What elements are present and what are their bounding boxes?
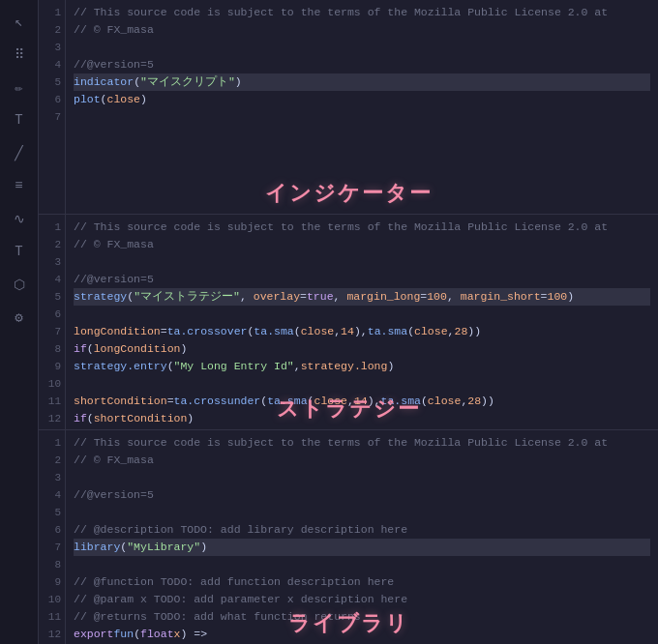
text-icon[interactable]: T: [6, 106, 33, 133]
code-line: longCondition = ta.crossover(ta.sma(clos…: [74, 323, 650, 340]
token-plain: ),: [354, 323, 368, 340]
code-line: [74, 108, 650, 126]
code-line: [74, 375, 650, 393]
token-plain: (: [101, 91, 107, 108]
token-function: ta.sma: [254, 323, 293, 340]
line-number: 4: [41, 56, 61, 73]
token-number: 14: [341, 323, 354, 340]
line-numbers-indicator: 1234567: [39, 0, 66, 214]
token-param: strategy.long: [301, 358, 388, 375]
token-comment: // This source code is subject to the te…: [74, 4, 608, 21]
token-plain: ,: [240, 290, 254, 303]
line-icon[interactable]: ╱: [6, 139, 33, 166]
token-plain: =: [167, 393, 174, 410]
code-panel-strategy: 1234567891011121314// This source code i…: [39, 215, 658, 429]
token-param: shortCondition: [74, 393, 167, 410]
line-number: 4: [41, 271, 61, 288]
pen-icon[interactable]: ✏: [6, 73, 33, 101]
token-plain: )): [467, 323, 481, 340]
wave-icon[interactable]: ∿: [6, 205, 33, 232]
token-plain: ): [401, 427, 407, 428]
code-panel-library: 123456789101112131415// This source code…: [39, 430, 658, 644]
token-keyword: export: [74, 626, 113, 643]
node-icon[interactable]: ⬡: [6, 271, 33, 298]
token-function: ta.crossover: [167, 323, 248, 340]
token-param: margin_long: [346, 290, 420, 303]
token-function: ta.sma: [368, 323, 407, 340]
token-param: longCondition: [74, 323, 161, 340]
token-number: 100: [427, 290, 447, 303]
code-area-library: 123456789101112131415// This source code…: [39, 430, 658, 644]
token-plain: ): [387, 358, 394, 375]
move-icon[interactable]: ⠿: [6, 41, 33, 68]
cursor-icon[interactable]: ↖: [6, 8, 33, 35]
line-number: 13: [41, 427, 61, 428]
token-number: 28: [454, 323, 467, 340]
token-string: "マイストラテジー": [134, 290, 240, 303]
code-line: // © FX_masa: [74, 21, 650, 39]
token-keyword: if: [74, 410, 87, 427]
line-number: 9: [41, 358, 61, 375]
text2-icon[interactable]: T: [6, 238, 33, 265]
code-line: export fun(float x) =>: [74, 626, 650, 643]
line-number: 7: [41, 539, 61, 556]
line-number: 1: [41, 4, 61, 21]
token-function: plot: [74, 91, 101, 108]
line-number: 5: [41, 73, 61, 91]
code-content-indicator: // This source code is subject to the te…: [66, 0, 658, 214]
line-number: 5: [41, 288, 61, 306]
line-number: 2: [41, 452, 61, 469]
line-number: 9: [41, 573, 61, 591]
token-plain: ,: [461, 393, 467, 410]
token-plain: (: [87, 340, 94, 358]
code-line: if (shortCondition): [74, 410, 650, 427]
token-comment: //@version=5: [74, 271, 154, 288]
token-param: margin_short: [461, 290, 541, 303]
token-function: fun: [113, 626, 134, 643]
token-param: longCondition: [94, 340, 181, 358]
code-line: [74, 253, 650, 271]
token-plain: (: [260, 393, 267, 410]
sidebar: ↖⠿✏T╱≡∿T⬡⚙: [0, 0, 39, 644]
line-number: 6: [41, 306, 61, 323]
token-number: 28: [467, 393, 481, 410]
code-line: library("MyLibrary"): [74, 539, 650, 556]
code-line: [74, 306, 650, 323]
line-number: 12: [41, 410, 61, 427]
token-plain: (: [167, 358, 174, 375]
line-number: 6: [41, 521, 61, 539]
token-param: close: [314, 393, 347, 410]
line-number: 6: [41, 91, 61, 108]
token-comment: // © FX_masa: [74, 452, 154, 469]
token-string: "My Long Entry Id": [174, 358, 294, 375]
token-plain: (: [134, 75, 140, 88]
line-number: 10: [41, 591, 61, 608]
code-panel-indicator: 1234567// This source code is subject to…: [39, 0, 658, 215]
line-number: 7: [41, 108, 61, 126]
line-number: 4: [41, 486, 61, 504]
settings-icon[interactable]: ⚙: [6, 304, 33, 331]
token-plain: ): [567, 290, 574, 303]
code-area-indicator: 1234567// This source code is subject to…: [39, 0, 658, 214]
token-plain: ,: [448, 323, 455, 340]
token-comment: // @param x TODO: add parameter x descri…: [74, 591, 407, 608]
token-function: ta.sma: [381, 393, 421, 410]
token-plain: (: [247, 323, 254, 340]
code-area-strategy: 1234567891011121314// This source code i…: [39, 215, 658, 428]
code-line: // © FX_masa: [74, 236, 650, 253]
token-comment: // This source code is subject to the te…: [74, 434, 608, 452]
token-comment: // @returns TODO: add what function retu…: [74, 608, 361, 626]
line-number: 3: [41, 253, 61, 271]
token-number: 100: [547, 290, 567, 303]
token-comment: // @description TODO: add library descri…: [74, 521, 407, 539]
line-number: 7: [41, 323, 61, 340]
token-comment: // © FX_masa: [74, 236, 154, 253]
token-param: strategy.short: [308, 427, 402, 428]
token-plain: (: [421, 393, 428, 410]
code-line: // © FX_masa: [74, 452, 650, 469]
line-number: 3: [41, 39, 61, 56]
code-line: // This source code is subject to the te…: [74, 4, 650, 21]
token-plain: ,: [334, 323, 341, 340]
equals-icon[interactable]: ≡: [6, 172, 33, 199]
token-number: 14: [354, 393, 368, 410]
